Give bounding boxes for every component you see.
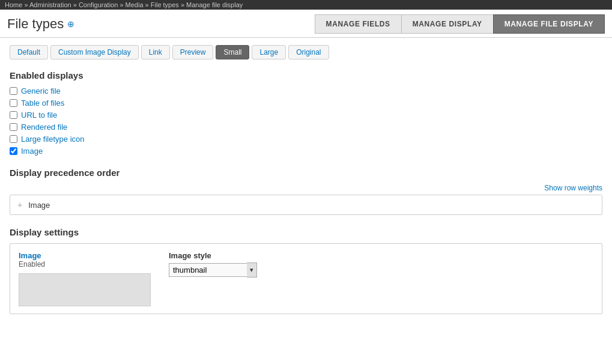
enabled-display-row: Image <box>10 147 602 156</box>
page-header: File types ⊕ MANAGE FIELDSMANAGE DISPLAY… <box>0 10 612 38</box>
breadcrumb-separator: » <box>179 1 186 8</box>
precedence-header: Show row weights <box>10 184 602 192</box>
display-settings-title: Display settings <box>10 227 602 237</box>
enabled-display-checkbox[interactable] <box>10 87 17 95</box>
breadcrumb-separator: » <box>118 1 125 8</box>
header-tab[interactable]: MANAGE FIELDS <box>315 14 401 34</box>
enabled-displays-title: Enabled displays <box>10 70 602 80</box>
enabled-display-label[interactable]: Large filetype icon <box>21 135 85 144</box>
enabled-displays-section: Enabled displays Generic fileTable of fi… <box>10 70 602 156</box>
breadcrumb-bar: Home » Administration » Configuration » … <box>0 0 612 10</box>
settings-item-label[interactable]: Image <box>19 251 151 260</box>
header-tab[interactable]: MANAGE FILE DISPLAY <box>493 14 605 34</box>
enabled-display-label[interactable]: Generic file <box>21 86 61 96</box>
enabled-display-row: Rendered file <box>10 123 602 132</box>
image-style-select-wrapper: thumbnaillargemediumoriginal ▾ <box>169 262 257 278</box>
image-style-dropdown[interactable]: thumbnaillargemediumoriginal <box>169 263 247 277</box>
display-tab[interactable]: Large <box>252 45 286 59</box>
precedence-table: +Image <box>10 195 602 215</box>
breadcrumb-link[interactable]: Manage file display <box>186 1 243 8</box>
enabled-display-row: Generic file <box>10 86 602 96</box>
enabled-display-checkbox[interactable] <box>10 111 17 119</box>
show-row-weights-link[interactable]: Show row weights <box>544 184 602 192</box>
enabled-display-label[interactable]: Rendered file <box>21 123 67 132</box>
add-type-icon[interactable]: ⊕ <box>67 19 74 29</box>
header-tab[interactable]: MANAGE DISPLAY <box>401 14 493 34</box>
breadcrumb-link[interactable]: Administration <box>29 1 71 8</box>
page-title: File types ⊕ <box>7 16 74 32</box>
enabled-display-label[interactable]: Table of files <box>21 99 64 108</box>
settings-field-col: Image style thumbnaillargemediumoriginal… <box>169 251 257 278</box>
settings-item-sublabel: Enabled <box>19 260 151 268</box>
precedence-row-label: Image <box>28 201 50 210</box>
precedence-row: +Image <box>10 195 602 214</box>
display-tab[interactable]: Custom Image Display <box>50 45 139 59</box>
display-tab[interactable]: Small <box>216 45 249 59</box>
display-tab[interactable]: Preview <box>172 45 214 59</box>
enabled-display-label[interactable]: URL to file <box>21 111 57 120</box>
enabled-display-row: Table of files <box>10 99 602 108</box>
enabled-display-checkbox[interactable] <box>10 99 17 107</box>
enabled-display-checkbox[interactable] <box>10 135 17 143</box>
enabled-display-label[interactable]: Image <box>21 147 43 156</box>
settings-inner: Image Enabled Image style thumbnaillarge… <box>10 244 602 314</box>
settings-preview-area <box>19 273 151 306</box>
select-arrow-icon[interactable]: ▾ <box>247 262 257 278</box>
page-title-text: File types <box>7 16 64 32</box>
display-tab[interactable]: Default <box>10 45 48 59</box>
enabled-display-checkbox[interactable] <box>10 147 17 155</box>
precedence-title: Display precedence order <box>10 168 602 178</box>
display-tab[interactable]: Link <box>141 45 170 59</box>
enabled-display-row: URL to file <box>10 111 602 120</box>
breadcrumb-separator: » <box>22 1 29 8</box>
header-tabs: MANAGE FIELDSMANAGE DISPLAYMANAGE FILE D… <box>315 14 605 34</box>
enabled-display-row: Large filetype icon <box>10 135 602 144</box>
breadcrumb-link[interactable]: Home <box>5 1 22 8</box>
breadcrumb-link[interactable]: File types <box>151 1 179 8</box>
display-settings-section: Display settings Image Enabled Image sty… <box>10 227 602 314</box>
breadcrumb-link[interactable]: Configuration <box>79 1 118 8</box>
display-tabs: DefaultCustom Image DisplayLinkPreviewSm… <box>10 45 602 59</box>
breadcrumb-separator: » <box>144 1 151 8</box>
breadcrumb-link[interactable]: Media <box>126 1 144 8</box>
enabled-display-checkbox[interactable] <box>10 123 17 131</box>
settings-label-col: Image Enabled <box>19 251 151 306</box>
settings-box: Image Enabled Image style thumbnaillarge… <box>10 243 602 314</box>
main-content: DefaultCustom Image DisplayLinkPreviewSm… <box>0 38 612 321</box>
image-style-label: Image style <box>169 251 257 260</box>
enabled-displays-list: Generic fileTable of filesURL to fileRen… <box>10 86 602 156</box>
precedence-section: Display precedence order Show row weight… <box>10 168 602 215</box>
display-tab[interactable]: Original <box>288 45 329 59</box>
drag-handle-icon[interactable]: + <box>17 200 22 210</box>
breadcrumb-separator: » <box>71 1 79 8</box>
